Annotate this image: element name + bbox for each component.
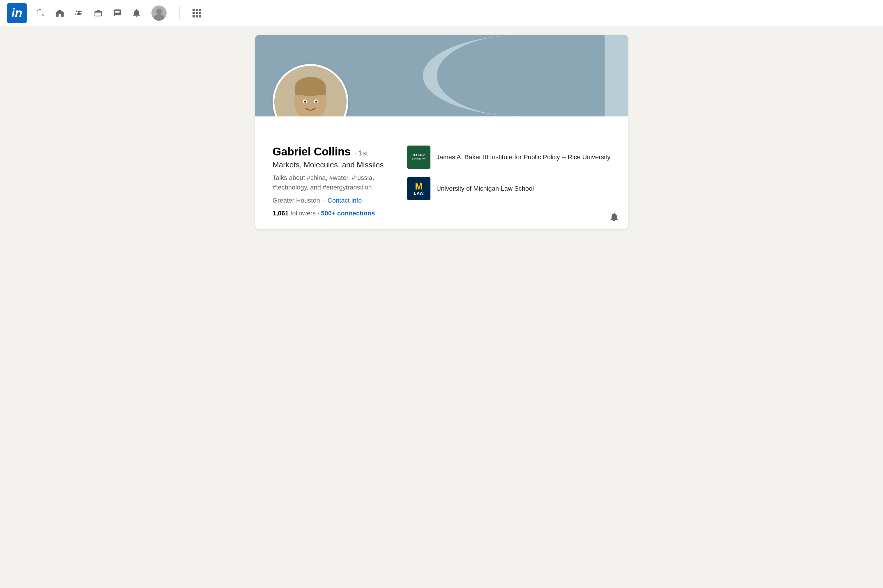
company-item-baker[interactable]: BAKER INSTITUTE James A. Baker III Insti… [407, 146, 610, 169]
home-nav-icon[interactable] [56, 9, 64, 18]
main-container: Gabriel Collins · 1st Markets, Molecules… [243, 35, 640, 229]
nav-icons [36, 6, 876, 21]
messaging-nav-icon[interactable] [113, 9, 122, 18]
baker-company-name: James A. Baker III Institute for Public … [436, 153, 610, 162]
profile-degree: · 1st [355, 149, 368, 157]
notifications-nav-icon[interactable] [132, 9, 141, 18]
location-dot: · [323, 197, 325, 204]
bell-notification-icon[interactable] [609, 212, 619, 223]
grid-dot [196, 9, 198, 11]
logo-text: in [11, 6, 22, 20]
navbar: in [0, 0, 883, 26]
umich-logo: M LAW [407, 177, 430, 200]
profile-separator [273, 229, 610, 229]
profile-photo-container [273, 64, 348, 116]
svg-point-14 [315, 100, 317, 103]
grid-dot [192, 12, 195, 14]
grid-dot [196, 12, 198, 14]
messaging-svg [113, 9, 122, 18]
umich-logo-text: M LAW [407, 177, 430, 200]
baker-logo-line2: INSTITUTE [412, 158, 426, 161]
profile-banner [255, 35, 628, 116]
grid-dot [196, 15, 198, 18]
jobs-nav-icon[interactable] [94, 9, 102, 18]
avatar-svg [152, 6, 167, 21]
umich-m: M [415, 182, 423, 191]
grid-dot [192, 15, 195, 18]
grid-dot [199, 15, 201, 18]
jobs-svg [94, 9, 102, 18]
network-svg [75, 9, 83, 18]
profile-left: Gabriel Collins · 1st Markets, Molecules… [273, 146, 384, 217]
umich-company-name: University of Michigan Law School [436, 184, 534, 193]
followers-label: followers [290, 210, 316, 217]
profile-card: Gabriel Collins · 1st Markets, Molecules… [255, 35, 628, 229]
profile-connections-row: 1,061 followers · 500+ connections [273, 210, 384, 217]
profile-headline: Markets, Molecules, and Missiles [273, 160, 384, 170]
banner-shape-inner [437, 35, 605, 116]
baker-logo-line1: BAKER [413, 153, 425, 157]
contact-info-link[interactable]: Contact info [327, 197, 362, 204]
home-svg [56, 9, 64, 18]
grid-dot [192, 9, 195, 11]
svg-rect-10 [295, 87, 326, 95]
profile-companies: BAKER INSTITUTE James A. Baker III Insti… [407, 146, 610, 200]
nav-divider [179, 6, 180, 20]
umich-law: LAW [414, 191, 424, 196]
profile-location-row: Greater Houston · Contact info [273, 197, 384, 204]
profile-photo [274, 66, 347, 116]
bell-svg [132, 9, 141, 18]
company-item-umich[interactable]: M LAW University of Michigan Law School [407, 177, 610, 200]
followers-count: 1,061 [273, 210, 288, 217]
grid-dot [199, 9, 201, 11]
svg-point-13 [304, 100, 306, 103]
grid-dot [199, 12, 201, 14]
svg-point-1 [156, 9, 162, 15]
baker-logo: BAKER INSTITUTE [407, 146, 430, 169]
network-nav-icon[interactable] [75, 9, 83, 18]
search-svg [36, 9, 45, 18]
profile-photo-svg [274, 66, 347, 116]
connections-link[interactable]: 500+ connections [321, 210, 375, 217]
separator-dot: · [317, 210, 321, 217]
profile-talks-about: Talks about #china, #water, #russia, #te… [273, 173, 384, 192]
profile-name-row: Gabriel Collins · 1st [273, 146, 384, 158]
search-nav-icon[interactable] [36, 9, 45, 18]
baker-logo-text: BAKER INSTITUTE [407, 146, 430, 169]
apps-grid-icon[interactable] [192, 9, 201, 18]
profile-location: Greater Houston [273, 197, 320, 204]
linkedin-logo[interactable]: in [7, 3, 27, 23]
user-avatar-nav[interactable] [152, 6, 167, 21]
profile-info-section: Gabriel Collins · 1st Markets, Molecules… [255, 116, 628, 229]
profile-name: Gabriel Collins [273, 146, 351, 158]
bell-icon-svg [609, 212, 619, 222]
